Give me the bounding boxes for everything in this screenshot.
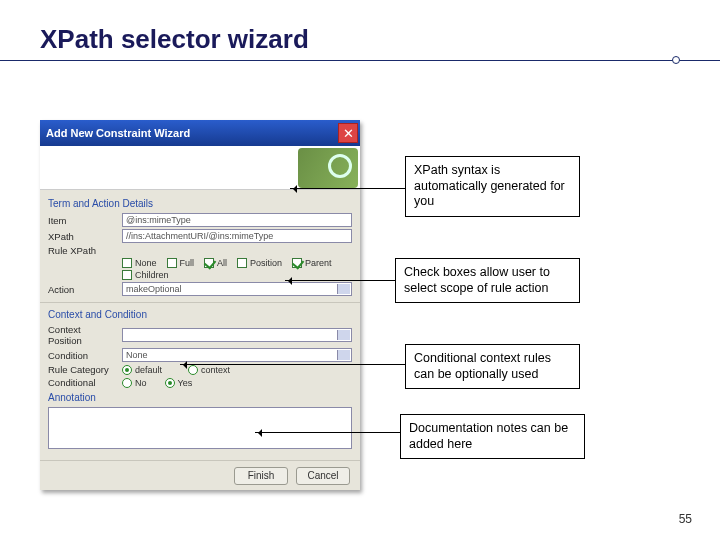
label-item: Item xyxy=(48,215,116,226)
checkbox-none-label: None xyxy=(135,258,157,268)
xpath-field[interactable]: //ins:AttachmentURI/@ins:mimeType xyxy=(122,229,352,243)
wizard-banner-art xyxy=(298,148,358,188)
radio-no[interactable] xyxy=(122,378,132,388)
radio-yes-label: Yes xyxy=(178,378,193,388)
wizard-body: Term and Action Details Item @ins:mimeTy… xyxy=(40,190,360,460)
context-position-select[interactable] xyxy=(122,328,352,342)
checkbox-all[interactable] xyxy=(204,258,214,268)
item-field[interactable]: @ins:mimeType xyxy=(122,213,352,227)
radio-context-label: context xyxy=(201,365,230,375)
section-context: Context and Condition xyxy=(48,309,352,320)
wizard-banner xyxy=(40,146,360,190)
checkbox-parent[interactable] xyxy=(292,258,302,268)
label-condition: Condition xyxy=(48,350,116,361)
radio-context[interactable] xyxy=(188,365,198,375)
checkbox-all-label: All xyxy=(217,258,227,268)
condition-select[interactable]: None xyxy=(122,348,352,362)
wizard-window: Add New Constraint Wizard ✕ Term and Act… xyxy=(40,120,360,490)
label-rule-category: Rule Category xyxy=(48,364,116,375)
checkbox-position-label: Position xyxy=(250,258,282,268)
title-rule-dot xyxy=(672,56,680,64)
arrow-3 xyxy=(180,364,405,365)
radio-default-label: default xyxy=(135,365,162,375)
checkbox-full-label: Full xyxy=(180,258,195,268)
wizard-footer: Finish Cancel xyxy=(40,460,360,490)
scope-checkboxes: None Full All Position Parent Children xyxy=(122,258,352,280)
page-title: XPath selector wizard xyxy=(40,24,309,55)
cancel-button[interactable]: Cancel xyxy=(296,467,350,485)
label-rule-xpath: Rule XPath xyxy=(48,245,116,256)
label-annotation: Annotation xyxy=(48,392,352,403)
label-context-position: Context Position xyxy=(48,324,116,346)
arrow-2 xyxy=(285,280,395,281)
section-term: Term and Action Details xyxy=(48,198,352,209)
wizard-title: Add New Constraint Wizard xyxy=(46,127,190,139)
divider xyxy=(40,302,360,303)
action-select[interactable]: makeOptional xyxy=(122,282,352,296)
radio-default[interactable] xyxy=(122,365,132,375)
radio-yes[interactable] xyxy=(165,378,175,388)
checkbox-children-label: Children xyxy=(135,270,169,280)
callout-xpath: XPath syntax is automatically generated … xyxy=(405,156,580,217)
title-rule xyxy=(0,60,720,61)
checkbox-full[interactable] xyxy=(167,258,177,268)
page-number: 55 xyxy=(679,512,692,526)
checkbox-children[interactable] xyxy=(122,270,132,280)
callout-checkboxes: Check boxes allow user to select scope o… xyxy=(395,258,580,303)
wizard-titlebar[interactable]: Add New Constraint Wizard ✕ xyxy=(40,120,360,146)
finish-button[interactable]: Finish xyxy=(234,467,288,485)
close-icon[interactable]: ✕ xyxy=(338,123,358,143)
callout-conditional: Conditional context rules can be optiona… xyxy=(405,344,580,389)
annotation-textarea[interactable] xyxy=(48,407,352,449)
checkbox-position[interactable] xyxy=(237,258,247,268)
label-conditional: Conditional xyxy=(48,377,116,388)
label-xpath: XPath xyxy=(48,231,116,242)
label-action: Action xyxy=(48,284,116,295)
checkbox-none[interactable] xyxy=(122,258,132,268)
arrow-1 xyxy=(290,188,405,189)
callout-annotation: Documentation notes can be added here xyxy=(400,414,585,459)
radio-no-label: No xyxy=(135,378,147,388)
arrow-4 xyxy=(255,432,400,433)
checkbox-parent-label: Parent xyxy=(305,258,332,268)
